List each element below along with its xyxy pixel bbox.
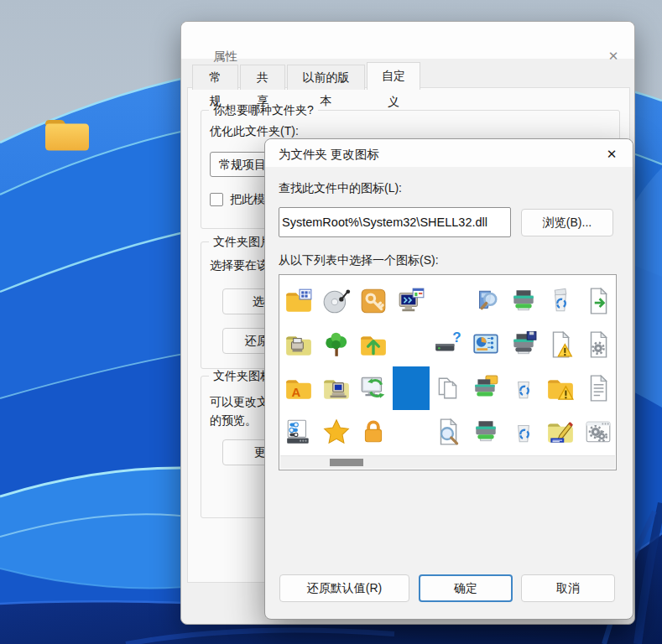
recycle-bin-icon[interactable] <box>504 366 542 410</box>
window-gears-icon[interactable] <box>579 410 617 454</box>
change-icon-dialog: 为文件夹 更改图标 ✕ 查找此文件中的图标(L): 浏览(B)... 从以下列表… <box>264 138 633 620</box>
folder-icons-desc-line2: 的预览。 <box>210 413 257 428</box>
printer-floppy-icon[interactable] <box>504 323 542 366</box>
close-icon[interactable]: ✕ <box>604 47 623 65</box>
tab-strip: 常规 共享 以前的版本 自定义 <box>192 62 422 90</box>
tab-customize[interactable]: 自定义 <box>367 62 420 90</box>
document-warning-icon[interactable] <box>542 323 580 366</box>
folder-programs-icon[interactable] <box>280 279 318 323</box>
restore-defaults-button[interactable]: 还原默认值(R) <box>279 574 409 602</box>
properties-titlebar <box>181 22 634 59</box>
browse-button[interactable]: 浏览(B)... <box>521 209 613 236</box>
tab-general[interactable]: 常规 <box>192 65 238 90</box>
change-icon-dialog-title: 为文件夹 更改图标 <box>279 147 379 163</box>
tree-icon[interactable] <box>318 323 356 366</box>
computer-folder-icon[interactable] <box>318 366 356 410</box>
optimize-combobox-value: 常规项目 <box>219 158 266 171</box>
printer-folder-icon[interactable] <box>467 366 505 410</box>
icon-grid: ?A <box>279 275 616 454</box>
document-gear-icon[interactable] <box>579 323 617 366</box>
tab-previous-versions[interactable]: 以前的版本 <box>287 65 365 90</box>
recycle-bin-full-icon[interactable] <box>542 279 580 323</box>
audio-cd-icon[interactable] <box>318 279 356 323</box>
folder-warning-icon[interactable] <box>542 366 580 410</box>
horizontal-scrollbar[interactable] <box>280 455 615 469</box>
printer-green-icon[interactable] <box>467 410 505 454</box>
icon-listbox[interactable]: ?A <box>279 274 617 470</box>
printer-icon[interactable] <box>504 279 542 323</box>
checkbox-icon <box>210 193 223 206</box>
recycle-bin-2-icon[interactable] <box>504 410 542 454</box>
document-search-icon[interactable] <box>430 410 467 454</box>
desktop-folder-icon[interactable] <box>40 114 92 154</box>
fonts-folder-icon[interactable]: A <box>280 366 318 410</box>
star-icon[interactable] <box>318 410 356 454</box>
tab-sharing[interactable]: 共享 <box>240 65 285 90</box>
document-go-icon[interactable] <box>579 279 617 323</box>
close-icon[interactable]: ✕ <box>602 145 621 164</box>
svg-text:?: ? <box>453 330 461 345</box>
text-document-icon[interactable] <box>579 366 617 410</box>
icon-path-input[interactable] <box>279 207 511 237</box>
performance-panel-icon[interactable] <box>467 323 505 366</box>
fax-folder-icon[interactable] <box>280 323 318 366</box>
svg-text:A: A <box>292 386 301 399</box>
lock-icon[interactable] <box>355 410 393 454</box>
selected-icon-cell[interactable] <box>393 366 430 410</box>
ok-button[interactable]: 确定 <box>419 574 513 602</box>
drive-question-icon[interactable]: ? <box>430 323 467 366</box>
blank-icon[interactable] <box>393 323 430 366</box>
desktop: 属性 ✕ 常规 共享 以前的版本 自定义 你想要哪种文件夹? 优化此文件夹(T)… <box>0 0 662 644</box>
blank-icon[interactable] <box>430 279 467 323</box>
folder-edit-icon[interactable] <box>542 410 580 454</box>
blank-icon[interactable] <box>393 410 430 454</box>
documents-copy-icon[interactable] <box>430 366 467 410</box>
optimize-label: 优化此文件夹(T): <box>210 124 299 139</box>
cancel-button[interactable]: 取消 <box>521 574 615 602</box>
lookup-label: 查找此文件中的图标(L): <box>279 181 402 196</box>
scrollbar-thumb[interactable] <box>330 459 363 466</box>
settings-server-icon[interactable] <box>280 410 318 454</box>
search-computer-icon[interactable] <box>467 279 505 323</box>
monitor-sync-icon[interactable] <box>355 366 393 410</box>
select-icon-label: 从以下列表中选择一个图标(S): <box>279 253 439 268</box>
screensaver-monitor-icon[interactable] <box>393 279 430 323</box>
key-icon[interactable] <box>355 279 393 323</box>
folder-up-icon[interactable] <box>355 323 393 366</box>
